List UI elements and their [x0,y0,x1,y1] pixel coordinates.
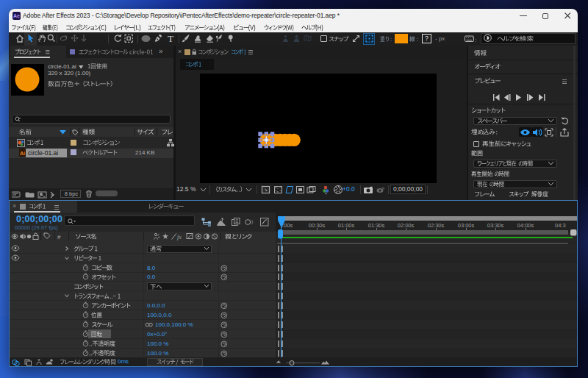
svg-text:fx: fx [177,234,182,240]
svg-text:#: # [57,234,61,240]
svg-text:Ai: Ai [20,151,25,156]
